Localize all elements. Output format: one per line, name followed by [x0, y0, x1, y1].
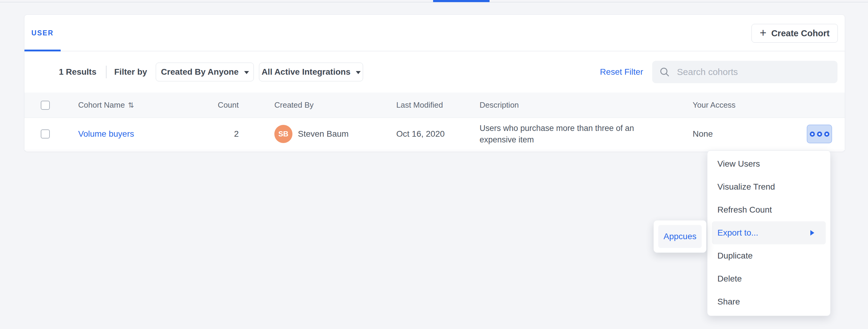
created-by-dropdown[interactable]: Created By Anyone — [156, 63, 254, 81]
column-header-last-modified: Last Modified — [396, 101, 479, 110]
more-dot-icon — [810, 132, 815, 137]
cohort-name-link[interactable]: Volume buyers — [78, 129, 134, 138]
menu-item-visualize-trend[interactable]: Visualize Trend — [707, 175, 830, 198]
filter-bar: 1 Results Filter by Created By Anyone Al… — [25, 51, 845, 92]
created-by-dropdown-value: Created By Anyone — [161, 67, 239, 77]
cohort-count: 2 — [169, 129, 239, 139]
avatar-initials: SB — [278, 130, 288, 138]
reset-filter-link[interactable]: Reset Filter — [600, 67, 643, 77]
more-dot-icon — [824, 132, 829, 137]
cohorts-page: USER + Create Cohort 1 Results Filter by… — [0, 0, 868, 329]
tab-user-label: USER — [31, 29, 54, 37]
row-checkbox-cell — [25, 130, 78, 138]
create-cohort-label: Create Cohort — [771, 28, 829, 38]
export-submenu: Appcues — [653, 220, 707, 253]
select-all-checkbox[interactable] — [41, 101, 50, 110]
column-header-count: Count — [169, 101, 239, 110]
row-checkbox[interactable] — [41, 130, 50, 138]
plus-icon: + — [760, 27, 766, 38]
header-checkbox-cell — [25, 101, 78, 110]
filter-by-label: Filter by — [114, 67, 147, 77]
description-value: Users who purchase more than three of an… — [479, 122, 655, 145]
cohorts-card: USER + Create Cohort 1 Results Filter by… — [24, 15, 845, 152]
sort-icon[interactable]: ⇅ — [128, 101, 134, 109]
menu-item-share[interactable]: Share — [707, 290, 830, 313]
table-header-row: Cohort Name⇅ Count Created By Last Modif… — [25, 92, 845, 118]
more-dot-icon — [817, 132, 822, 137]
table-row: Volume buyers 2 SB Steven Baum Oct 16, 2… — [25, 118, 845, 150]
menu-item-view-users[interactable]: View Users — [707, 153, 830, 175]
column-header-description: Description — [479, 101, 688, 110]
integrations-dropdown[interactable]: All Active Integrations — [259, 63, 363, 81]
active-tab-indicator — [433, 0, 490, 2]
creator-name: Steven Baum — [298, 129, 349, 139]
search-cohorts-input[interactable]: Search cohorts — [652, 61, 838, 83]
avatar: SB — [274, 125, 292, 143]
export-to-label: Export to... — [717, 228, 758, 238]
search-placeholder: Search cohorts — [677, 67, 738, 77]
description-cell: Users who purchase more than three of an… — [479, 122, 688, 145]
chevron-down-icon — [244, 71, 249, 74]
search-icon — [659, 66, 670, 78]
menu-item-refresh-count[interactable]: Refresh Count — [707, 198, 830, 221]
cohort-name-cell: Volume buyers — [78, 129, 169, 139]
row-actions-menu: View Users Visualize Trend Refresh Count… — [707, 150, 831, 316]
submenu-arrow-icon — [810, 230, 814, 236]
results-count: 1 Results — [59, 67, 97, 77]
actions-cell — [807, 125, 845, 143]
your-access-value: None — [688, 129, 807, 139]
menu-item-duplicate[interactable]: Duplicate — [707, 244, 830, 267]
menu-item-export-to[interactable]: Export to... — [712, 221, 826, 244]
chevron-down-icon — [356, 71, 361, 74]
filter-divider — [106, 65, 106, 78]
more-actions-button[interactable] — [807, 125, 832, 143]
column-header-created-by: Created By — [239, 101, 396, 110]
create-cohort-button[interactable]: + Create Cohort — [751, 24, 838, 43]
created-by-cell: SB Steven Baum — [239, 125, 396, 143]
column-header-cohort-name[interactable]: Cohort Name⇅ — [78, 101, 169, 110]
menu-item-delete[interactable]: Delete — [707, 267, 830, 290]
integrations-dropdown-value: All Active Integrations — [262, 67, 351, 77]
column-header-your-access: Your Access — [688, 101, 807, 110]
cohort-name-header-label: Cohort Name — [78, 101, 125, 109]
last-modified-value: Oct 16, 2020 — [396, 129, 479, 139]
tab-bar: USER + Create Cohort — [25, 15, 845, 51]
tab-user[interactable]: USER — [25, 15, 61, 51]
submenu-item-appcues[interactable]: Appcues — [658, 225, 702, 248]
